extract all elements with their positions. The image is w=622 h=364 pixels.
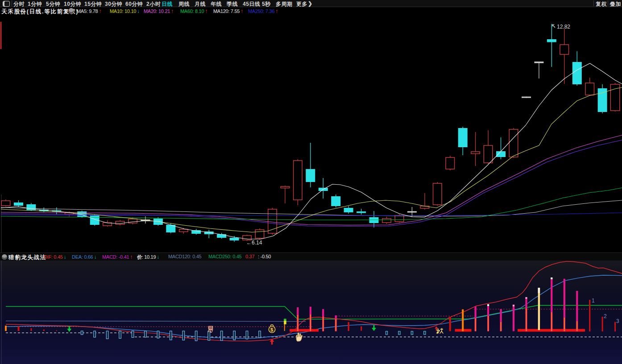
- svg-text:1: 1: [592, 298, 595, 304]
- svg-text:$: $: [270, 327, 273, 332]
- svg-text:12.82: 12.82: [557, 24, 570, 30]
- svg-text:2: 2: [604, 313, 607, 319]
- svg-text:←6.14: ←6.14: [246, 240, 262, 246]
- svg-text:3: 3: [616, 318, 619, 324]
